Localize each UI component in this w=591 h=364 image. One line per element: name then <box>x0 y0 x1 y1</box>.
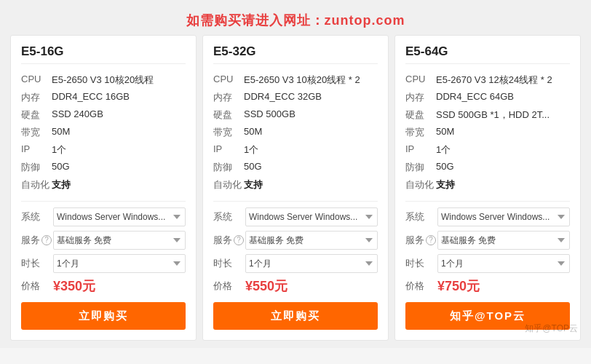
system-label: 系统 <box>21 210 53 223</box>
service-label: 服务? <box>21 234 53 247</box>
table-row: CPUE5-2650 V3 10核20线程 * 2 <box>213 71 378 89</box>
service-label: 服务? <box>405 234 437 247</box>
buy-button-e5-64g[interactable]: 知乎@TOP云 <box>405 302 570 330</box>
table-row: IP1个 <box>405 141 570 159</box>
duration-row-e5-16g: 时长1个月 <box>21 254 186 273</box>
table-row: 带宽50M <box>405 124 570 141</box>
spec-value: DDR4_ECC 64GB <box>436 89 570 106</box>
service-row-e5-32g: 服务?基础服务 免费 <box>213 231 378 250</box>
price-row-e5-16g: 价格¥350元 <box>21 277 186 295</box>
spec-label: 带宽 <box>21 124 52 141</box>
spec-value: SSD 240GB <box>52 106 186 124</box>
system-select-e5-16g[interactable]: Windows Server Windows... <box>53 207 186 226</box>
spec-label: 自动化 <box>405 176 436 194</box>
system-label: 系统 <box>405 210 437 223</box>
table-row: 带宽50M <box>21 124 186 141</box>
table-row: 防御50G <box>405 159 570 176</box>
system-row-e5-32g: 系统Windows Server Windows... <box>213 207 378 226</box>
price-value: ¥350元 <box>53 277 95 295</box>
promo-bar: 如需购买请进入网址：zuntop.com <box>7 7 584 35</box>
table-row: 硬盘SSD 500GB *1，HDD 2T... <box>405 106 570 124</box>
spec-label: IP <box>21 141 52 159</box>
spec-value: 50M <box>52 124 186 141</box>
duration-select-e5-16g[interactable]: 1个月 <box>53 254 186 273</box>
price-row-e5-32g: 价格¥550元 <box>213 277 378 295</box>
table-row: CPUE5-2650 V3 10核20线程 <box>21 71 186 89</box>
spec-label: CPU <box>213 71 244 89</box>
card-title-e5-64g: E5-64G <box>405 44 570 64</box>
spec-label: 内存 <box>21 89 52 106</box>
service-select-e5-16g[interactable]: 基础服务 免费 <box>53 231 186 250</box>
price-label: 价格 <box>21 280 53 293</box>
price-row-e5-64g: 价格¥750元 <box>405 277 570 295</box>
service-row-e5-64g: 服务?基础服务 免费 <box>405 231 570 250</box>
spec-value: 1个 <box>436 141 570 159</box>
spec-value: 1个 <box>52 141 186 159</box>
spec-value: SSD 500GB <box>244 106 378 124</box>
table-row: CPUE5-2670 V3 12核24线程 * 2 <box>405 71 570 89</box>
spec-label: 防御 <box>405 159 436 176</box>
service-row-e5-16g: 服务?基础服务 免费 <box>21 231 186 250</box>
promo-text: 如需购买请进入网址：zuntop.com <box>186 13 405 28</box>
spec-value: 1个 <box>244 141 378 159</box>
system-row-e5-64g: 系统Windows Server Windows... <box>405 207 570 226</box>
buy-button-e5-32g[interactable]: 立即购买 <box>213 302 378 330</box>
spec-label: 硬盘 <box>405 106 436 124</box>
table-row: 硬盘SSD 500GB <box>213 106 378 124</box>
spec-label: 自动化 <box>21 176 52 194</box>
table-row: IP1个 <box>213 141 378 159</box>
spec-value: 50G <box>52 159 186 176</box>
spec-value: 50G <box>436 159 570 176</box>
table-row: 硬盘SSD 240GB <box>21 106 186 124</box>
help-icon[interactable]: ? <box>234 235 244 245</box>
duration-row-e5-32g: 时长1个月 <box>213 254 378 273</box>
spec-label: 内存 <box>213 89 244 106</box>
card-e5-32g: E5-32GCPUE5-2650 V3 10核20线程 * 2内存DDR4_EC… <box>202 35 389 341</box>
system-select-e5-64g[interactable]: Windows Server Windows... <box>437 207 570 226</box>
duration-select-e5-32g[interactable]: 1个月 <box>245 254 378 273</box>
system-select-e5-32g[interactable]: Windows Server Windows... <box>245 207 378 226</box>
duration-label: 时长 <box>21 257 53 270</box>
spec-label: 硬盘 <box>21 106 52 124</box>
table-row: 内存DDR4_ECC 64GB <box>405 89 570 106</box>
spec-value: 支持 <box>52 176 186 194</box>
divider <box>21 201 186 202</box>
card-e5-16g: E5-16GCPUE5-2650 V3 10核20线程内存DDR4_ECC 16… <box>10 35 197 341</box>
price-value: ¥550元 <box>245 277 287 295</box>
price-label: 价格 <box>213 280 245 293</box>
spec-value: 50G <box>244 159 378 176</box>
page-container: 如需购买请进入网址：zuntop.com E5-16GCPUE5-2650 V3… <box>0 0 591 348</box>
duration-row-e5-64g: 时长1个月 <box>405 254 570 273</box>
service-select-e5-32g[interactable]: 基础服务 免费 <box>245 231 378 250</box>
spec-label: IP <box>405 141 436 159</box>
spec-table-e5-16g: CPUE5-2650 V3 10核20线程内存DDR4_ECC 16GB硬盘SS… <box>21 71 186 194</box>
table-row: 防御50G <box>21 159 186 176</box>
spec-value: E5-2670 V3 12核24线程 * 2 <box>436 71 570 89</box>
spec-table-e5-64g: CPUE5-2670 V3 12核24线程 * 2内存DDR4_ECC 64GB… <box>405 71 570 194</box>
spec-label: 带宽 <box>405 124 436 141</box>
spec-label: 自动化 <box>213 176 244 194</box>
divider <box>405 201 570 202</box>
spec-label: IP <box>213 141 244 159</box>
spec-value: DDR4_ECC 32GB <box>244 89 378 106</box>
duration-select-e5-64g[interactable]: 1个月 <box>437 254 570 273</box>
spec-label: 带宽 <box>213 124 244 141</box>
spec-value: DDR4_ECC 16GB <box>52 89 186 106</box>
buy-button-e5-16g[interactable]: 立即购买 <box>21 302 186 330</box>
system-row-e5-16g: 系统Windows Server Windows... <box>21 207 186 226</box>
spec-value: 支持 <box>436 176 570 194</box>
card-e5-64g: E5-64GCPUE5-2670 V3 12核24线程 * 2内存DDR4_EC… <box>394 35 581 341</box>
help-icon[interactable]: ? <box>41 235 52 245</box>
price-label: 价格 <box>405 280 437 293</box>
spec-value: E5-2650 V3 10核20线程 * 2 <box>244 71 378 89</box>
help-icon[interactable]: ? <box>426 235 436 245</box>
card-title-e5-32g: E5-32G <box>213 44 378 64</box>
table-row: IP1个 <box>21 141 186 159</box>
spec-value: 支持 <box>244 176 378 194</box>
table-row: 防御50G <box>213 159 378 176</box>
spec-value: E5-2650 V3 10核20线程 <box>52 71 186 89</box>
service-select-e5-64g[interactable]: 基础服务 免费 <box>437 231 570 250</box>
duration-label: 时长 <box>213 257 245 270</box>
spec-label: CPU <box>405 71 436 89</box>
spec-label: CPU <box>21 71 52 89</box>
